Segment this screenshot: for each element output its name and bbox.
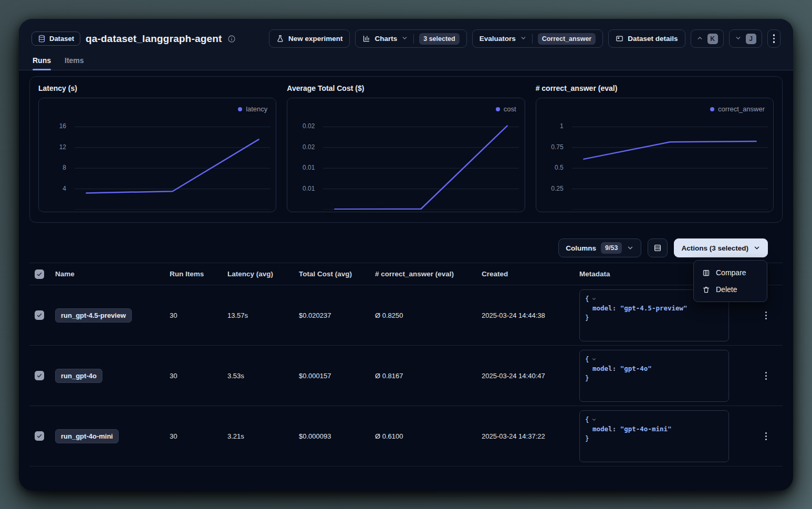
table-row: run_gpt-4.5-preview 30 13.57s $0.020237 …	[29, 285, 783, 346]
dataset-badge-label: Dataset	[49, 35, 74, 43]
tab-runs-label: Runs	[33, 56, 51, 65]
new-experiment-button[interactable]: New experiment	[269, 29, 350, 48]
run-name-badge[interactable]: run_gpt-4.5-preview	[55, 308, 132, 323]
legend-dot	[238, 107, 242, 111]
collapse-chevron-icon[interactable]	[591, 417, 597, 422]
evaluators-dropdown-button[interactable]: Evaluators Correct_answer	[472, 29, 603, 48]
metadata-open-brace: {	[585, 295, 589, 303]
created-cell: 2025-03-24 14:37:22	[482, 432, 579, 440]
dataset-details-label: Dataset details	[628, 35, 678, 43]
latency-cell: 3.53s	[227, 372, 299, 380]
shortcut-key-k: K	[707, 34, 718, 44]
legend-dot	[710, 107, 714, 111]
metadata-json-box[interactable]: { model: "gpt-4o" }	[579, 350, 729, 402]
actions-dropdown-button[interactable]: Actions (3 selected)	[674, 238, 768, 257]
axis-tick-label: 8	[39, 164, 66, 171]
correct-answer-cell: Ø 0.6100	[375, 432, 482, 440]
collapse-chevron-icon[interactable]	[591, 357, 597, 362]
tab-items-label: Items	[65, 56, 84, 65]
run-name-badge[interactable]: run_gpt-4o	[55, 369, 102, 383]
row-checkbox[interactable]	[35, 431, 44, 441]
metadata-json-box[interactable]: { model: "gpt-4o-mini" }	[579, 410, 729, 462]
chart-legend: correct_answer	[710, 105, 765, 113]
evaluator-selected-badge: Correct_answer	[538, 33, 596, 45]
axis-tick-label: 0.01	[287, 164, 315, 171]
previous-item-button[interactable]: K	[691, 29, 724, 48]
created-cell: 2025-03-24 14:40:47	[482, 372, 579, 380]
run-name-badge[interactable]: run_gpt-4o-mini	[55, 429, 119, 443]
col-header-name: Name	[55, 270, 170, 278]
columns-dropdown-button[interactable]: Columns 9/53	[558, 238, 641, 257]
chart-legend: latency	[238, 105, 267, 113]
total-cost-cell: $0.000157	[299, 372, 375, 380]
col-header-correct-answer: # correct_answer (eval)	[375, 270, 482, 278]
runs-table: Name Run Items Latency (avg) Total Cost …	[29, 263, 783, 466]
latency-chart-block: Latency (s) latency 161284	[38, 84, 276, 212]
chevron-down-icon	[520, 35, 527, 43]
delete-label: Delete	[716, 285, 737, 294]
legend-label: correct_answer	[718, 105, 765, 113]
total-cost-cell: $0.000093	[299, 432, 375, 440]
metadata-close-brace: }	[585, 313, 723, 323]
chevron-down-icon	[401, 35, 408, 43]
app-window: Dataset qa-dataset_langgraph-agent New e…	[19, 19, 793, 491]
info-icon[interactable]	[227, 35, 236, 43]
row-actions-button[interactable]	[754, 372, 777, 380]
legend-label: latency	[246, 105, 267, 113]
menu-item-compare[interactable]: Compare	[698, 264, 763, 281]
tab-items[interactable]: Items	[65, 56, 84, 70]
new-experiment-label: New experiment	[288, 35, 343, 43]
shortcut-key-j: J	[746, 34, 756, 44]
axis-tick-label: 0.25	[536, 185, 564, 192]
col-header-created: Created	[482, 270, 579, 278]
actions-menu: Compare Delete	[693, 260, 767, 302]
metadata-open-brace: {	[585, 415, 589, 423]
run-items-cell: 30	[170, 432, 227, 440]
chart-title: Average Total Cost ($)	[287, 84, 525, 92]
more-options-button[interactable]	[767, 29, 781, 48]
correct-answer-chart-card: correct_answer 10.750.50.25	[536, 98, 774, 212]
correct-answer-cell: Ø 0.8167	[375, 372, 482, 380]
legend-dot	[496, 107, 500, 111]
chart-legend: cost	[496, 105, 516, 113]
dataset-details-button[interactable]: Dataset details	[608, 29, 685, 48]
charts-selected-badge: 3 selected	[419, 33, 459, 45]
row-checkbox[interactable]	[35, 310, 44, 320]
correct-answer-chart-block: # correct_answer (eval) correct_answer 1…	[536, 84, 774, 212]
rows-icon	[653, 244, 662, 252]
card-icon	[616, 35, 623, 43]
axis-tick-label: 0.02	[287, 122, 315, 130]
columns-label: Columns	[566, 244, 596, 252]
select-all-checkbox[interactable]	[35, 269, 44, 279]
tab-bar: Runs Items	[32, 56, 780, 70]
metadata-line: model: "gpt-4o"	[585, 364, 723, 373]
flask-icon	[276, 35, 284, 43]
charts-label: Charts	[374, 35, 397, 43]
chart-title: Latency (s)	[38, 84, 276, 92]
kebab-icon	[765, 432, 767, 440]
button-divider	[532, 34, 533, 44]
tab-runs[interactable]: Runs	[33, 56, 51, 70]
charts-dropdown-button[interactable]: Charts 3 selected	[355, 29, 466, 48]
check-icon	[36, 312, 43, 318]
axis-tick-label: 0.75	[536, 143, 564, 151]
page-title: qa-dataset_langgraph-agent	[86, 33, 222, 45]
chevron-down-icon	[753, 244, 761, 252]
metadata-open-brace: {	[585, 355, 589, 363]
row-actions-button[interactable]	[754, 311, 777, 319]
kebab-icon	[765, 311, 767, 319]
menu-item-delete[interactable]: Delete	[698, 281, 763, 298]
chevron-up-icon	[696, 35, 703, 43]
collapse-chevron-icon[interactable]	[591, 296, 597, 302]
col-header-total-cost: Total Cost (avg)	[299, 270, 375, 278]
axis-tick-label: 0.02	[287, 143, 315, 151]
row-actions-button[interactable]	[754, 432, 777, 440]
next-item-button[interactable]: J	[729, 29, 762, 48]
total-cost-cell: $0.020237	[299, 311, 375, 319]
row-height-button[interactable]	[648, 238, 668, 257]
run-items-cell: 30	[170, 311, 227, 319]
chart-canvas	[287, 106, 524, 210]
row-checkbox[interactable]	[35, 371, 44, 380]
metadata-close-brace: }	[585, 373, 723, 383]
latency-chart-card: latency 161284	[38, 98, 276, 212]
